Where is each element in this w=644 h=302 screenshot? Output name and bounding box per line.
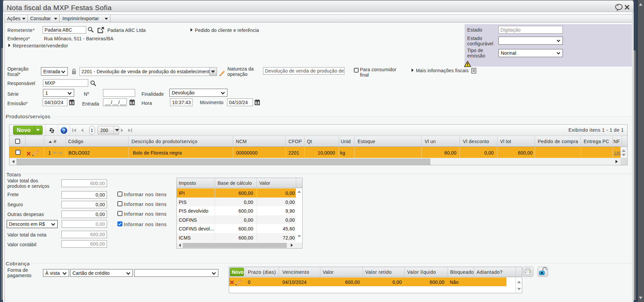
svg-text:?: ?: [62, 128, 65, 133]
